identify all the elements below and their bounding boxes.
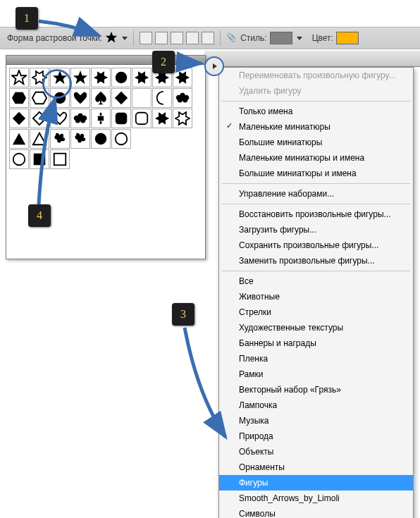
callout-marker-2: 2 — [152, 51, 175, 73]
callout-marker-1: 1 — [16, 7, 38, 30]
callout-marker-3: 3 — [172, 303, 194, 326]
flyout-menu-button[interactable] — [204, 56, 224, 76]
callout-marker-4: 4 — [28, 204, 51, 227]
annotation-arrows — [0, 0, 420, 518]
